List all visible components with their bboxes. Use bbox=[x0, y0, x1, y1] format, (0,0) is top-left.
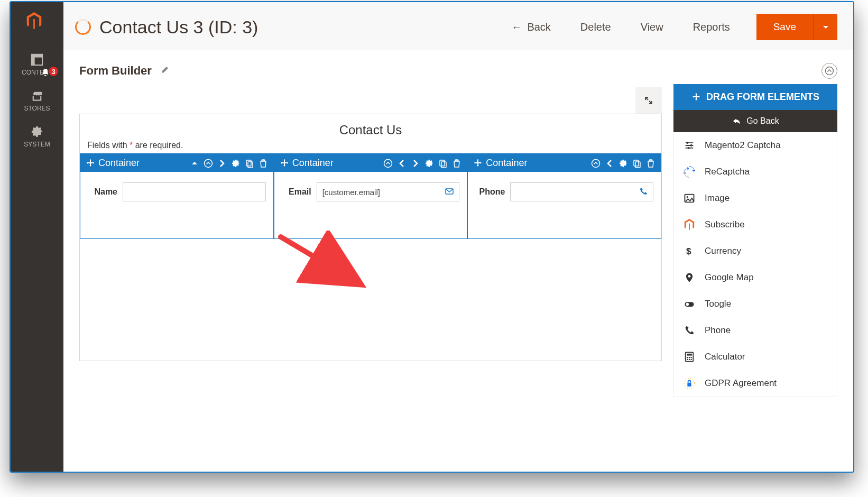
fullscreen-icon bbox=[644, 96, 653, 105]
move-left-icon[interactable] bbox=[605, 159, 614, 168]
magento-logo[interactable] bbox=[11, 2, 63, 45]
elements-list: Magento2 CaptchaReCaptchaImageSubscribeC… bbox=[673, 132, 837, 397]
element-label: Google Map bbox=[705, 272, 754, 283]
nav-item-content[interactable]: CONTENT 3 bbox=[11, 45, 63, 81]
container-1[interactable]: Container bbox=[80, 154, 274, 239]
element-phone[interactable]: Phone bbox=[674, 317, 837, 344]
magento-icon bbox=[682, 219, 696, 231]
page-title: Contact Us 3 (ID: 3) bbox=[99, 17, 258, 38]
phone-icon bbox=[682, 325, 696, 336]
move-icon[interactable] bbox=[86, 159, 95, 168]
mail-icon bbox=[445, 187, 454, 198]
arrow-left-icon: ← bbox=[511, 21, 522, 33]
reports-button[interactable]: Reports bbox=[690, 21, 733, 34]
section-header: Form Builder bbox=[79, 50, 837, 84]
nav-item-system[interactable]: SYSTEM bbox=[11, 117, 63, 153]
element-label: ReCaptcha bbox=[705, 167, 750, 177]
image-icon bbox=[682, 192, 696, 204]
fullscreen-toggle[interactable] bbox=[635, 87, 662, 114]
element-subscribe[interactable]: Subscribe bbox=[674, 211, 837, 238]
element-image[interactable]: Image bbox=[674, 185, 837, 211]
element-google-map[interactable]: Google Map bbox=[674, 264, 837, 291]
element-label: Magento2 Captcha bbox=[705, 140, 781, 151]
settings-icon[interactable] bbox=[618, 159, 628, 168]
app-frame: CONTENT 3 STORES SYSTEM Contact Us 3 (ID… bbox=[10, 1, 854, 473]
annotation-arrow bbox=[273, 231, 384, 301]
settings-icon[interactable] bbox=[231, 159, 241, 168]
panel-go-back[interactable]: Go Back bbox=[673, 110, 837, 132]
required-note: Fields with * are required. bbox=[80, 141, 661, 153]
recaptcha-icon bbox=[682, 166, 696, 178]
field-label-email: Email bbox=[282, 187, 311, 197]
pin-icon bbox=[682, 272, 696, 283]
move-right-icon[interactable] bbox=[217, 159, 227, 168]
main-area: Contact Us 3 (ID: 3) ← Back Delete View … bbox=[63, 2, 853, 472]
element-recaptcha[interactable]: ReCaptcha bbox=[674, 159, 837, 185]
loading-spinner-icon bbox=[75, 19, 91, 35]
settings-icon[interactable] bbox=[424, 159, 434, 168]
caret-down-icon bbox=[821, 22, 830, 32]
element-currency[interactable]: Currency bbox=[674, 238, 837, 264]
calculator-icon bbox=[682, 351, 696, 363]
form-canvas: Contact Us Fields with * are required. C… bbox=[79, 84, 662, 397]
sliders-icon bbox=[682, 140, 696, 151]
element-label: Phone bbox=[705, 325, 731, 336]
nav-label: STORES bbox=[24, 105, 50, 112]
email-input[interactable] bbox=[317, 182, 460, 201]
copy-icon[interactable] bbox=[632, 159, 642, 168]
collapse-section-button[interactable] bbox=[821, 63, 837, 79]
save-dropdown-button[interactable] bbox=[813, 14, 837, 40]
element-calculator[interactable]: Calculator bbox=[674, 344, 837, 370]
view-button[interactable]: View bbox=[638, 21, 667, 34]
move-icon[interactable] bbox=[473, 159, 483, 168]
nav-item-stores[interactable]: STORES bbox=[11, 81, 63, 117]
container-3[interactable]: Container bbox=[467, 154, 661, 239]
nav-label: SYSTEM bbox=[24, 141, 50, 148]
notifications-badge[interactable]: 3 bbox=[48, 66, 59, 77]
element-label: Toogle bbox=[705, 299, 731, 309]
circle-up-icon[interactable] bbox=[383, 159, 393, 168]
delete-icon[interactable] bbox=[646, 159, 655, 168]
container-label: Container bbox=[98, 158, 140, 169]
move-icon bbox=[691, 93, 701, 102]
move-icon[interactable] bbox=[280, 159, 289, 168]
form-title: Contact Us bbox=[80, 114, 661, 141]
container-2[interactable]: Container bbox=[274, 154, 468, 239]
element-label: GDPR Agreement bbox=[705, 378, 777, 389]
back-button[interactable]: ← Back bbox=[508, 21, 553, 34]
left-nav: CONTENT 3 STORES SYSTEM bbox=[11, 2, 63, 472]
back-label: Back bbox=[527, 21, 550, 33]
save-button[interactable]: Save bbox=[756, 14, 813, 40]
element-label: Image bbox=[705, 193, 730, 204]
move-right-icon[interactable] bbox=[411, 159, 420, 168]
element-label: Currency bbox=[705, 246, 741, 256]
section-title: Form Builder bbox=[79, 64, 152, 78]
delete-button[interactable]: Delete bbox=[577, 21, 614, 34]
reply-icon bbox=[732, 116, 741, 126]
field-label-phone: Phone bbox=[475, 187, 505, 197]
panel-header: DRAG FORM ELEMENTS bbox=[673, 84, 837, 110]
gdpr-icon bbox=[682, 378, 696, 389]
element-label: Calculator bbox=[705, 352, 745, 362]
container-label: Container bbox=[292, 158, 334, 169]
toggle-icon bbox=[682, 298, 696, 310]
currency-icon bbox=[682, 245, 696, 257]
copy-icon[interactable] bbox=[245, 159, 254, 168]
delete-icon[interactable] bbox=[258, 159, 268, 168]
circle-up-icon[interactable] bbox=[591, 159, 601, 168]
element-label: Subscribe bbox=[705, 219, 745, 230]
element-magento2-captcha[interactable]: Magento2 Captcha bbox=[674, 132, 837, 159]
collapse-up-icon[interactable] bbox=[190, 159, 199, 168]
phone-input[interactable] bbox=[510, 182, 653, 201]
chevron-up-icon bbox=[825, 66, 834, 76]
element-toogle[interactable]: Toogle bbox=[674, 291, 837, 317]
circle-up-icon[interactable] bbox=[204, 159, 213, 168]
field-label-name: Name bbox=[88, 187, 117, 197]
name-input[interactable] bbox=[123, 182, 266, 201]
move-left-icon[interactable] bbox=[397, 159, 407, 168]
delete-icon[interactable] bbox=[452, 159, 461, 168]
edit-section-icon[interactable] bbox=[160, 65, 170, 77]
element-gdpr-agreement[interactable]: GDPR Agreement bbox=[674, 370, 837, 397]
copy-icon[interactable] bbox=[438, 159, 448, 168]
elements-panel: DRAG FORM ELEMENTS Go Back Magento2 Capt… bbox=[673, 84, 837, 397]
